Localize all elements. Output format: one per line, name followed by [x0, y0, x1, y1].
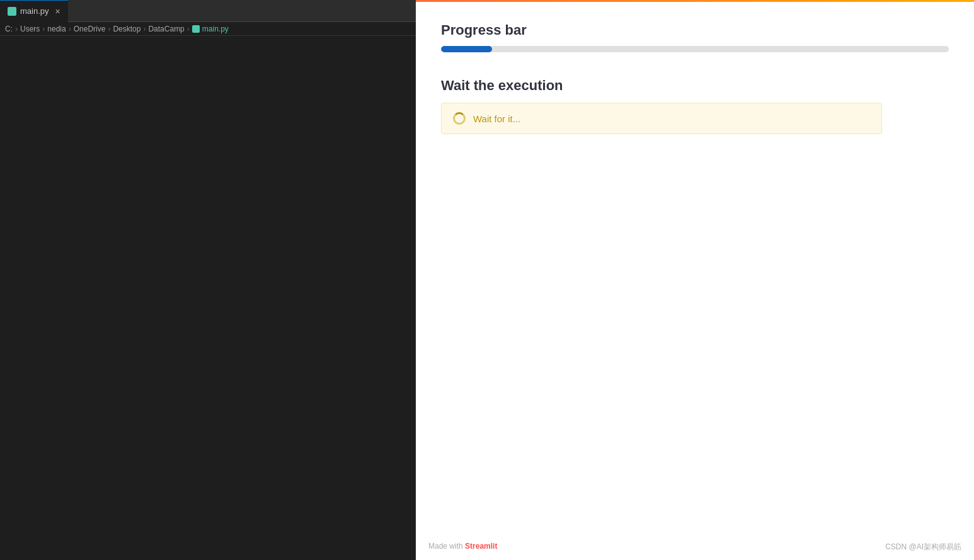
footer-brand: Streamlit [465, 542, 497, 551]
app-panel: Progress bar Wait the execution Wait for… [416, 0, 974, 560]
progress-bar-section: Progress bar [441, 22, 949, 52]
tab-close-button[interactable]: × [55, 6, 60, 16]
wait-label: Wait the execution [441, 77, 949, 94]
file-icon [8, 7, 16, 16]
breadcrumb-onedrive: OneDrive [74, 25, 106, 33]
breadcrumb-file: main.py [192, 25, 229, 33]
wait-section: Wait the execution Wait for it... [441, 77, 949, 134]
footer-made-with: Made with [428, 542, 463, 551]
breadcrumb-filename: main.py [202, 25, 229, 33]
footer-left: Made with Streamlit [428, 542, 497, 552]
spinner-icon [453, 112, 466, 125]
code-area[interactable] [0, 36, 416, 560]
breadcrumb-users: Users [20, 25, 40, 33]
editor-panel: main.py × C: › Users › nedia › OneDrive … [0, 0, 416, 560]
line-numbers [0, 36, 25, 560]
progress-bar-track [441, 46, 949, 52]
spinner-box: Wait for it... [441, 103, 882, 134]
footer-right: CSDN @AI架构师易筋 [885, 542, 961, 552]
app-content: Progress bar Wait the execution Wait for… [416, 2, 974, 560]
breadcrumb-nedia: nedia [47, 25, 66, 33]
breadcrumb: C: › Users › nedia › OneDrive › Desktop … [0, 22, 416, 36]
spinner-text: Wait for it... [473, 113, 520, 124]
active-tab[interactable]: main.py × [0, 0, 68, 22]
tab-bar: main.py × [0, 0, 416, 22]
breadcrumb-c: C: [5, 25, 13, 33]
progress-bar-fill [441, 46, 492, 52]
breadcrumb-datacamp: DataCamp [148, 25, 184, 33]
app-footer: Made with Streamlit CSDN @AI架构师易筋 [416, 542, 974, 552]
tab-filename: main.py [20, 6, 49, 16]
breadcrumb-desktop: Desktop [113, 25, 140, 33]
file-icon-small [192, 25, 200, 33]
code-content[interactable] [25, 36, 416, 560]
progress-bar-label: Progress bar [441, 22, 949, 38]
